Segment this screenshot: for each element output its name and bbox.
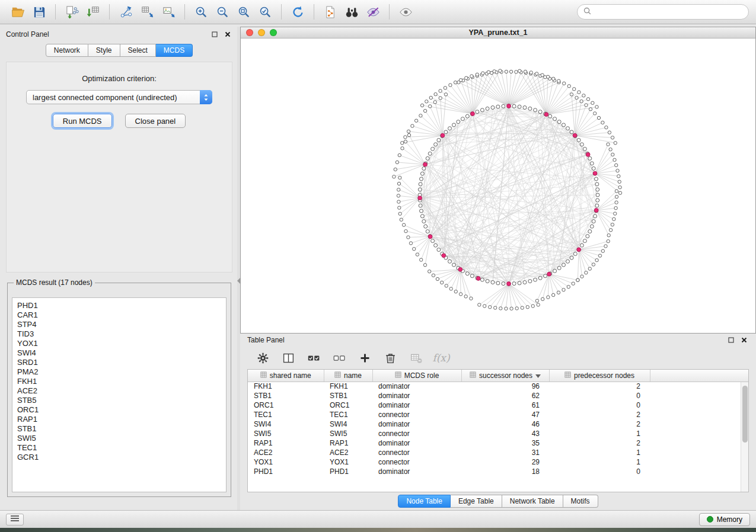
tab-node-table[interactable]: Node Table — [398, 495, 451, 508]
network-canvas[interactable] — [241, 39, 755, 333]
eye-button[interactable] — [395, 2, 416, 21]
cell-successor-nodes: 61 — [461, 400, 549, 410]
vertical-splitter[interactable] — [237, 27, 240, 510]
save-disk-button[interactable] — [28, 2, 50, 21]
zoom-selected-button[interactable] — [254, 2, 276, 21]
hide-graphics-button[interactable] — [362, 2, 384, 21]
tab-network-table[interactable]: Network Table — [502, 495, 563, 508]
search-input[interactable] — [595, 8, 742, 16]
table-header-row: shared namenameMCDS rolesuccessor nodesp… — [248, 370, 748, 382]
mcds-result-item[interactable]: CAR1 — [17, 310, 221, 320]
search-box — [577, 4, 749, 20]
close-panel-button[interactable]: Close panel — [125, 114, 186, 128]
column-header-name[interactable]: name — [324, 370, 372, 382]
network-graph[interactable] — [241, 39, 755, 333]
splitter-collapse-icon[interactable] — [237, 278, 240, 284]
select-all-button[interactable] — [305, 350, 322, 366]
table-row[interactable]: PHD1PHD1dominator180 — [248, 467, 748, 476]
mcds-result-item[interactable]: STB5 — [17, 396, 221, 405]
control-panel-tab-style[interactable]: Style — [88, 44, 120, 57]
export-network-button[interactable] — [115, 2, 136, 21]
mcds-result-item[interactable]: TID3 — [17, 329, 221, 339]
toolbar-divider — [314, 4, 314, 20]
export-image-button[interactable] — [158, 2, 179, 21]
import-network-button[interactable] — [61, 2, 82, 21]
table-row[interactable]: RAP1RAP1dominator352 — [248, 438, 748, 448]
mcds-result-item[interactable]: SWI4 — [17, 348, 221, 358]
mcds-result-item[interactable]: STB1 — [17, 424, 221, 434]
table-vertical-scrollbar[interactable] — [741, 382, 748, 492]
control-panel-tab-network[interactable]: Network — [46, 44, 88, 57]
main-toolbar — [0, 0, 756, 24]
column-header-predecessor-nodes[interactable]: predecessor nodes — [549, 370, 650, 382]
control-panel-tab-select[interactable]: Select — [120, 44, 156, 57]
minimize-window-button[interactable] — [258, 29, 265, 36]
table-row[interactable]: ACE2ACE2connector311 — [248, 448, 748, 457]
column-header-shared-name[interactable]: shared name — [248, 370, 324, 382]
tab-motifs[interactable]: Motifs — [563, 495, 598, 508]
cell-name: PHD1 — [324, 467, 372, 476]
export-image-icon — [162, 5, 176, 19]
mcds-result-item[interactable]: YOX1 — [17, 339, 221, 348]
undock-table-panel-button[interactable] — [726, 335, 736, 345]
scrollbar-thumb[interactable] — [742, 386, 748, 443]
toolbar-divider — [281, 4, 282, 20]
table-row[interactable]: FKH1FKH1dominator962 — [248, 382, 748, 391]
export-table-button[interactable] — [136, 2, 158, 21]
cell-successor-nodes: 35 — [461, 438, 549, 448]
refresh-button[interactable] — [287, 2, 308, 21]
share-document-button[interactable] — [320, 2, 341, 21]
table-row[interactable]: SWI5SWI5connector431 — [248, 429, 748, 438]
optimization-criterion-select[interactable]: largest connected component (undirected) — [26, 90, 212, 104]
tab-edge-table[interactable]: Edge Table — [451, 495, 502, 508]
column-header-mcds-role[interactable]: MCDS role — [372, 370, 461, 382]
mcds-result-item[interactable]: PHD1 — [17, 301, 221, 310]
mcds-result-item[interactable]: SWI5 — [17, 434, 221, 443]
columns-button[interactable] — [280, 350, 296, 366]
mcds-result-item[interactable]: ACE2 — [17, 386, 221, 396]
gear-button[interactable] — [254, 350, 271, 366]
zoom-window-button[interactable] — [270, 29, 277, 36]
binoculars-button[interactable] — [341, 2, 362, 21]
import-table-button[interactable] — [82, 2, 104, 21]
mcds-result-item[interactable]: GCR1 — [17, 453, 221, 462]
add-button[interactable] — [356, 350, 373, 366]
status-menu-button[interactable] — [6, 514, 24, 525]
close-control-panel-button[interactable] — [223, 30, 232, 39]
zoom-in-button[interactable] — [190, 2, 212, 21]
table-row[interactable]: ORC1ORC1dominator610 — [248, 400, 748, 410]
cell-predecessor-nodes: 0 — [549, 391, 650, 400]
close-table-panel-button[interactable] — [739, 335, 749, 345]
control-panel-tab-mcds[interactable]: MCDS — [156, 44, 193, 57]
zoom-fit-icon — [237, 5, 251, 19]
column-header-filler — [650, 370, 748, 382]
trash-button[interactable] — [382, 350, 398, 366]
mcds-result-item[interactable]: SRD1 — [17, 358, 221, 367]
mcds-result-item[interactable]: RAP1 — [17, 415, 221, 424]
function-builder-button[interactable]: f(x) — [433, 350, 449, 366]
mcds-buttons-row: Run MCDS Close panel — [7, 114, 232, 128]
mcds-result-item[interactable]: FKH1 — [17, 377, 221, 386]
column-header-successor-nodes[interactable]: successor nodes — [461, 370, 549, 382]
delete-table-button[interactable] — [407, 350, 424, 366]
zoom-out-button[interactable] — [212, 2, 233, 21]
zoom-fit-button[interactable] — [233, 2, 254, 21]
undock-control-panel-button[interactable] — [210, 30, 219, 39]
memory-button[interactable]: Memory — [699, 513, 750, 526]
delete-table-icon — [410, 352, 422, 364]
cell-successor-nodes: 46 — [461, 419, 549, 429]
table-row[interactable]: TEC1TEC1connector472 — [248, 410, 748, 419]
table-row[interactable]: YOX1YOX1connector291 — [248, 457, 748, 467]
close-window-button[interactable] — [246, 29, 253, 36]
table-row[interactable]: SWI4SWI4dominator462 — [248, 419, 748, 429]
open-folder-button[interactable] — [7, 2, 28, 21]
deselect-all-button[interactable] — [331, 350, 347, 366]
run-mcds-button[interactable]: Run MCDS — [53, 114, 112, 128]
cell-name: ACE2 — [324, 448, 372, 457]
mcds-result-item[interactable]: ORC1 — [17, 405, 221, 415]
mcds-result-item[interactable]: PMA2 — [17, 367, 221, 377]
mcds-result-item[interactable]: STP4 — [17, 320, 221, 329]
table-row[interactable]: STB1STB1dominator620 — [248, 391, 748, 400]
cell-successor-nodes: 47 — [461, 410, 549, 419]
mcds-result-item[interactable]: TEC1 — [17, 443, 221, 453]
